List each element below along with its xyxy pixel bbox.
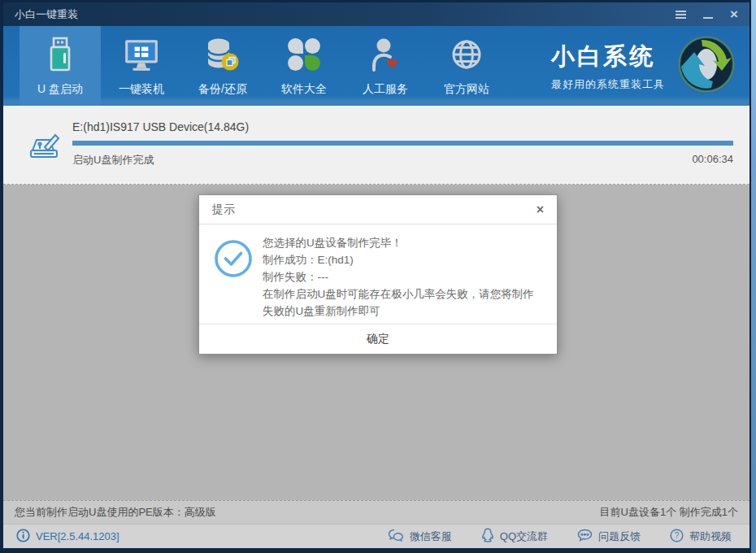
tab-label: U 盘启动 [37, 82, 83, 97]
brand: 小白系统 最好用的系统重装工具 [551, 26, 738, 106]
footer-bar: VER[2.5.44.1203] 微信客服 QQ交流群 [3, 524, 749, 548]
dialog-footer: 确定 [199, 324, 557, 354]
qq-icon [481, 528, 494, 545]
status-bar: 您当前制作启动U盘使用的PE版本：高级版 目前U盘设备1个 制作完成1个 [3, 500, 749, 524]
tab-label: 备份/还原 [198, 82, 247, 97]
help-videos-link[interactable]: ? 帮助视频 [670, 528, 732, 545]
person-heart-icon [367, 36, 403, 76]
footer-link-label: QQ交流群 [500, 529, 548, 544]
drive-write-icon [26, 130, 60, 168]
titlebar: 小白一键重装 × [3, 2, 749, 26]
dialog-title: 提示 [212, 202, 235, 217]
close-icon[interactable]: × [730, 8, 738, 21]
progress-bar [72, 141, 733, 146]
window-bottom-border [3, 548, 749, 553]
dialog-line: 制作成功：E:(hd1) [263, 251, 541, 268]
ok-button[interactable]: 确定 [342, 327, 414, 351]
footer-link-label: 帮助视频 [689, 529, 732, 544]
device-name: E:(hd1)IS917 USB Device(14.84G) [72, 120, 733, 133]
result-dialog: 提示 × 您选择的U盘设备制作完毕！ 制作成功：E:(hd1) 制作失败：---… [198, 194, 558, 355]
menu-icon[interactable] [676, 8, 686, 21]
progress-status: 启动U盘制作完成 [72, 153, 154, 168]
dialog-line: 制作失败：--- [263, 268, 541, 285]
dialog-line: 在制作启动U盘时可能存在极小几率会失败，请您将制作失败的U盘重新制作即可 [263, 285, 541, 320]
usb-drive-icon [42, 36, 78, 76]
dialog-body: 您选择的U盘设备制作完毕！ 制作成功：E:(hd1) 制作失败：--- 在制作启… [199, 224, 557, 320]
dimmed-content-area: 提示 × 您选择的U盘设备制作完毕！ 制作成功：E:(hd1) 制作失败：---… [3, 185, 749, 500]
brand-title: 小白系统 [551, 41, 665, 73]
tab-support[interactable]: 人工服务 [345, 26, 426, 106]
tab-usb-boot[interactable]: U 盘启动 [20, 26, 101, 106]
wechat-support-link[interactable]: 微信客服 [388, 528, 452, 545]
wechat-icon [388, 529, 404, 545]
help-circle-icon: ? [670, 529, 684, 545]
dialog-line: 您选择的U盘设备制作完毕！ [263, 234, 541, 251]
dialog-close-icon[interactable]: × [537, 202, 544, 217]
version-text: VER[2.5.44.1203] [36, 530, 119, 542]
tab-software[interactable]: 软件大全 [263, 26, 345, 106]
tab-label: 人工服务 [363, 82, 408, 97]
feedback-link[interactable]: 问题反馈 [577, 528, 641, 545]
tab-label: 软件大全 [281, 82, 327, 97]
elapsed-time: 00:06:34 [692, 153, 733, 168]
check-circle-icon [214, 239, 253, 281]
monitor-windows-icon [123, 36, 160, 76]
tab-backup-restore[interactable]: 备份/还原 [182, 26, 263, 106]
clover-apps-icon [286, 36, 322, 76]
tab-label: 官方网站 [444, 82, 489, 97]
window-controls: × [676, 8, 738, 21]
footer-link-label: 问题反馈 [598, 529, 641, 544]
tab-official-site[interactable]: 官方网站 [426, 26, 507, 106]
usb-progress-panel: E:(hd1)IS917 USB Device(14.84G) 启动U盘制作完成… [3, 106, 749, 185]
tab-one-click-install[interactable]: 一键装机 [101, 26, 182, 106]
window-title: 小白一键重装 [15, 7, 78, 22]
svg-text:?: ? [675, 531, 680, 540]
progress-bar-fill [72, 141, 733, 146]
pe-version-text: 您当前制作启动U盘使用的PE版本：高级版 [15, 505, 216, 520]
globe-icon [449, 36, 484, 76]
feedback-bubble-icon [577, 529, 593, 545]
app-window: 小白一键重装 × U 盘启动 [0, 0, 751, 553]
version-info[interactable]: VER[2.5.44.1203] [16, 529, 119, 545]
footer-link-label: 微信客服 [410, 529, 452, 544]
tab-label: 一键装机 [119, 82, 164, 97]
minimize-icon[interactable] [703, 8, 713, 21]
database-backup-icon [205, 36, 241, 76]
dialog-header: 提示 × [199, 195, 557, 224]
refresh-arrows-logo [675, 33, 738, 99]
main-nav: U 盘启动 一键装机 [3, 26, 749, 106]
device-count-text: 目前U盘设备1个 制作完成1个 [600, 505, 738, 520]
footer-links: 微信客服 QQ交流群 [388, 528, 732, 545]
brand-subtitle: 最好用的系统重装工具 [551, 77, 665, 92]
info-icon [16, 529, 30, 545]
qq-group-link[interactable]: QQ交流群 [481, 528, 548, 545]
